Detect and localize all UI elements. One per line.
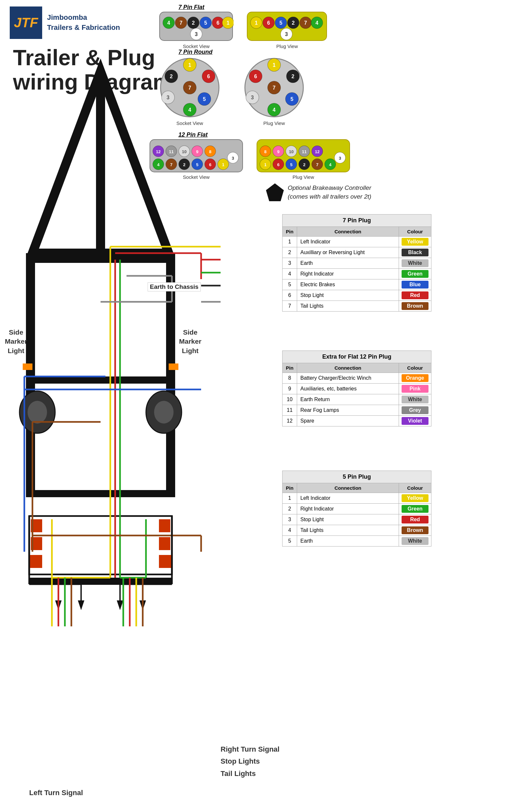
svg-rect-115 <box>26 376 175 384</box>
svg-text:5: 5 <box>291 96 294 102</box>
svg-text:5: 5 <box>204 20 207 26</box>
page-wrapper: JTF Jimboomba Trailers & Fabrication Tra… <box>0 0 519 812</box>
7pin-flat-plug-label: Plug View <box>247 44 328 49</box>
col-connection: Connection <box>297 227 399 237</box>
trailer-wiring-diagram <box>0 32 227 795</box>
svg-rect-130 <box>169 364 178 370</box>
svg-text:6: 6 <box>217 20 220 26</box>
svg-text:2: 2 <box>292 74 295 79</box>
svg-rect-127 <box>159 555 172 568</box>
col-colour-5: Colour <box>399 483 431 493</box>
brakeaway-pentagon <box>266 183 284 201</box>
right-turn-signal-label: Right Turn Signal <box>220 743 280 755</box>
svg-text:2: 2 <box>292 20 295 26</box>
12pin-flat-plug-label: Plug View <box>256 174 350 180</box>
svg-text:3: 3 <box>232 156 234 161</box>
table-row: 2 Auxilliary or Reversing Light Black <box>282 247 431 258</box>
svg-text:7: 7 <box>273 85 276 91</box>
table-5pin: 5 Pin Plug Pin Connection Colour 1 Left … <box>282 471 431 547</box>
12pin-flat-plug: 8 9 10 11 12 1 6 5 2 7 4 3 Plug Vi <box>256 139 350 180</box>
svg-text:6: 6 <box>277 162 279 167</box>
company-name: Jimboomba Trailers & Fabrication <box>47 13 120 33</box>
col-pin-5: Pin <box>282 483 297 493</box>
table-row: 4 Right Indicator Green <box>282 269 431 280</box>
brakeaway-area: Optional Brakeaway Controller(comes with… <box>266 183 371 201</box>
brakeaway-text: Optional Brakeaway Controller(comes with… <box>288 184 371 201</box>
table-row: 1 Left Indicator Yellow <box>282 237 431 247</box>
col-pin: Pin <box>282 227 297 237</box>
table-row: 6 Stop Light Red <box>282 290 431 301</box>
svg-text:10: 10 <box>289 149 294 154</box>
svg-text:2: 2 <box>192 20 195 26</box>
side-marker-left: SideMarkerLight <box>5 328 27 355</box>
svg-text:4: 4 <box>329 162 332 167</box>
svg-text:1: 1 <box>255 20 258 26</box>
table-row: 3 Stop Light Red <box>282 514 431 525</box>
left-turn-signal-label: Left Turn Signal <box>29 789 83 797</box>
table-row: 5 Earth White <box>282 536 431 547</box>
svg-text:1: 1 <box>264 162 266 167</box>
svg-rect-116 <box>26 490 175 497</box>
col-connection-12: Connection <box>297 363 399 373</box>
svg-text:4: 4 <box>167 20 170 26</box>
table-7pin: 7 Pin Plug Pin Connection Colour 1 Left … <box>282 214 431 312</box>
table-row: 3 Earth White <box>282 258 431 269</box>
7pin-round-plug-svg: 1 6 3 4 5 2 7 <box>243 57 305 118</box>
7pin-flat-plug-svg: 1 6 5 2 7 4 3 <box>247 11 328 42</box>
svg-text:7: 7 <box>180 20 183 26</box>
svg-text:11: 11 <box>302 149 307 154</box>
logo-box: JTF <box>10 6 42 39</box>
table-row: 4 Tail Lights Brown <box>282 525 431 536</box>
table-row: 7 Tail Lights Brown <box>282 301 431 312</box>
svg-rect-124 <box>29 555 42 568</box>
table-row: 12 Spare Violet <box>282 416 431 427</box>
svg-text:3: 3 <box>251 95 254 100</box>
tail-lights-label: Tail Lights <box>220 767 280 780</box>
svg-point-118 <box>28 401 47 424</box>
svg-rect-129 <box>23 364 32 370</box>
earth-chassis-label: Earth to Chassis <box>148 282 201 291</box>
7pin-flat-plug: 1 6 5 2 7 4 3 Plug View <box>247 11 328 49</box>
svg-text:8: 8 <box>264 149 266 154</box>
col-connection-5: Connection <box>297 483 399 493</box>
svg-text:3: 3 <box>339 156 341 161</box>
svg-text:3: 3 <box>285 31 288 37</box>
svg-text:7: 7 <box>316 162 318 167</box>
svg-marker-165 <box>117 600 123 610</box>
svg-marker-163 <box>78 600 84 610</box>
col-colour: Colour <box>399 227 431 237</box>
table-7pin-title: 7 Pin Plug <box>282 214 431 227</box>
svg-text:7: 7 <box>304 20 307 26</box>
table-row: 11 Rear Fog Lamps Grey <box>282 405 431 416</box>
table-5pin-title: 5 Pin Plug <box>282 471 431 483</box>
7pin-round-plug: 1 6 3 4 5 2 7 Plug View <box>243 57 305 126</box>
svg-text:12: 12 <box>315 149 319 154</box>
svg-rect-125 <box>159 519 170 532</box>
svg-text:6: 6 <box>267 20 270 26</box>
svg-text:4: 4 <box>316 20 318 26</box>
svg-point-120 <box>154 401 174 424</box>
svg-rect-126 <box>159 537 170 550</box>
table-row: 2 Right Indicator Green <box>282 504 431 514</box>
table-row: 8 Battery Charger/Electric Winch Orange <box>282 373 431 384</box>
svg-text:4: 4 <box>273 107 276 113</box>
table-row: 5 Electric Brakes Blue <box>282 280 431 290</box>
table-12pin-title: Extra for Flat 12 Pin Plug <box>282 351 431 363</box>
table-row: 10 Earth Return White <box>282 394 431 405</box>
12pin-flat-plug-svg: 8 9 10 11 12 1 6 5 2 7 4 3 <box>256 139 350 173</box>
signal-labels-right: Right Turn Signal Stop Lights Tail Light… <box>220 743 280 780</box>
logo-text: JTF <box>14 15 38 30</box>
svg-rect-112 <box>26 253 175 263</box>
header: JTF Jimboomba Trailers & Fabrication <box>3 3 126 42</box>
table-7pin-area: 7 Pin Plug Pin Connection Colour 1 Left … <box>282 214 431 312</box>
svg-text:1: 1 <box>273 62 276 68</box>
svg-text:6: 6 <box>254 74 257 79</box>
table-12pin: Extra for Flat 12 Pin Plug Pin Connectio… <box>282 350 431 427</box>
side-marker-right: SideMarkerLight <box>179 328 202 355</box>
svg-text:5: 5 <box>290 162 292 167</box>
col-pin-12: Pin <box>282 363 297 373</box>
svg-text:5: 5 <box>280 20 282 26</box>
table-row: 1 Left Indicator Yellow <box>282 493 431 504</box>
col-colour-12: Colour <box>399 363 431 373</box>
svg-text:1: 1 <box>227 20 230 26</box>
